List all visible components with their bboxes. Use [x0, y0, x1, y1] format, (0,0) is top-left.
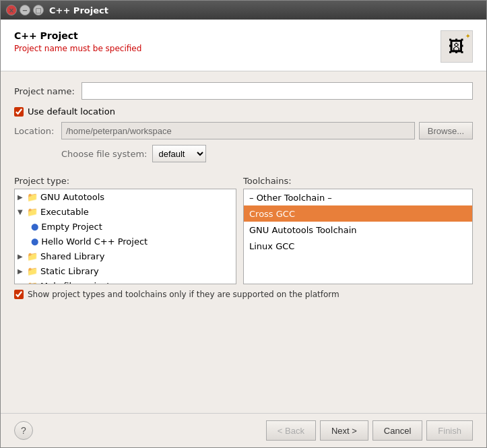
toolchain-item-label: Cross GCC: [249, 209, 295, 219]
minimize-button[interactable]: −: [20, 5, 30, 15]
browse-button[interactable]: Browse...: [419, 122, 473, 139]
tree-item-hello-world[interactable]: ⬤ Hello World C++ Project: [15, 234, 236, 249]
bullet-icon: ⬤: [31, 238, 38, 245]
tree-item-empty-project[interactable]: ⬤ Empty Project: [15, 219, 236, 234]
tree-item-makefile-project[interactable]: ▼ 📁 Makefile project: [15, 278, 236, 284]
toolchain-item-linux-gcc[interactable]: Linux GCC: [244, 238, 472, 254]
toolchain-item-other[interactable]: – Other Toolchain –: [244, 189, 472, 205]
use-default-label: Use default location: [28, 106, 115, 117]
location-input[interactable]: [61, 122, 415, 139]
tree-item-label: Shared Library: [40, 251, 104, 261]
expand-icon: ▶: [18, 193, 26, 201]
toolchain-item-cross-gcc[interactable]: Cross GCC: [244, 205, 472, 222]
spacer: [1, 305, 486, 413]
header-text: C++ Project Project name must be specifi…: [14, 30, 141, 53]
tree-item-static-library[interactable]: ▶ 📁 Static Library: [15, 263, 236, 278]
header-subtitle: Project name must be specified: [14, 44, 141, 53]
panels-row: ▶ 📁 GNU Autotools ▼ 📁 Executable ⬤: [14, 189, 473, 284]
expand-icon: ▶: [18, 253, 26, 260]
location-label: Location:: [14, 126, 61, 136]
filesystem-select[interactable]: default: [152, 145, 206, 162]
toolchain-item-label: – Other Toolchain –: [249, 193, 332, 203]
project-name-row: Project name:: [14, 82, 473, 100]
folder-icon: 📁: [27, 207, 38, 217]
folder-icon: 📁: [27, 192, 38, 202]
use-default-checkbox[interactable]: [14, 107, 24, 117]
tree-item-shared-library[interactable]: ▶ 📁 Shared Library: [15, 249, 236, 263]
button-bar: ? < Back Next > Cancel Finish: [1, 413, 486, 447]
form-area: Project name: Use default location Locat…: [1, 71, 486, 176]
filesystem-row: Choose file system: default: [61, 145, 473, 162]
back-button[interactable]: < Back: [266, 420, 316, 441]
toolchains-panel: – Other Toolchain – Cross GCC GNU Autoto…: [243, 189, 473, 284]
tree-item-label: GNU Autotools: [40, 192, 104, 202]
project-name-input[interactable]: [82, 82, 473, 100]
project-type-label: Project type:: [14, 176, 236, 186]
folder-icon: 📁: [27, 266, 38, 276]
tree-item-gnu-autotools[interactable]: ▶ 📁 GNU Autotools: [15, 189, 236, 204]
help-button[interactable]: ?: [14, 421, 33, 440]
tree-item-label: Empty Project: [41, 222, 102, 232]
dialog-header: C++ Project Project name must be specifi…: [1, 20, 486, 71]
close-button[interactable]: ×: [6, 5, 17, 15]
platform-filter-checkbox[interactable]: [14, 290, 24, 299]
default-location-row: Use default location: [14, 106, 473, 117]
finish-button[interactable]: Finish: [426, 420, 473, 441]
project-name-label: Project name:: [14, 86, 82, 96]
panels-area: Project type: Toolchains: ▶ 📁 GNU Autoto…: [1, 176, 486, 284]
dialog-content: C++ Project Project name must be specifi…: [1, 20, 486, 447]
expand-icon: ▼: [18, 208, 26, 216]
toolchains-label: Toolchains:: [243, 176, 473, 186]
cancel-button[interactable]: Cancel: [372, 420, 422, 441]
toolchain-item-label: GNU Autotools Toolchain: [249, 225, 357, 235]
tree-item-label: Hello World C++ Project: [41, 236, 148, 247]
header-title: C++ Project: [14, 30, 141, 41]
bottom-checkbox-row: Show project types and toolchains only i…: [1, 284, 486, 305]
next-button[interactable]: Next >: [320, 420, 368, 441]
header-icon: 🖼: [441, 30, 473, 63]
folder-icon: 📁: [27, 251, 38, 261]
titlebar-controls: × − □: [6, 5, 44, 15]
tree-item-executable[interactable]: ▼ 📁 Executable: [15, 204, 236, 219]
filesystem-label: Choose file system:: [61, 149, 147, 159]
project-type-panel: ▶ 📁 GNU Autotools ▼ 📁 Executable ⬤: [14, 189, 236, 284]
tree-item-label: Static Library: [40, 266, 99, 276]
titlebar-title: C++ Project: [49, 5, 108, 15]
toolchain-item-gnu-autotools[interactable]: GNU Autotools Toolchain: [244, 222, 472, 238]
bullet-icon: ⬤: [31, 223, 38, 230]
tree-item-label: Executable: [40, 207, 89, 217]
expand-icon: ▶: [18, 267, 26, 275]
platform-filter-label: Show project types and toolchains only i…: [28, 290, 339, 299]
toolchain-item-label: Linux GCC: [249, 241, 294, 251]
panels-label-row: Project type: Toolchains:: [14, 176, 473, 186]
dialog-window: × − □ C++ Project C++ Project Project na…: [0, 0, 487, 448]
maximize-button[interactable]: □: [33, 5, 44, 15]
titlebar: × − □ C++ Project: [1, 1, 486, 20]
location-row: Location: Browse...: [14, 122, 473, 139]
